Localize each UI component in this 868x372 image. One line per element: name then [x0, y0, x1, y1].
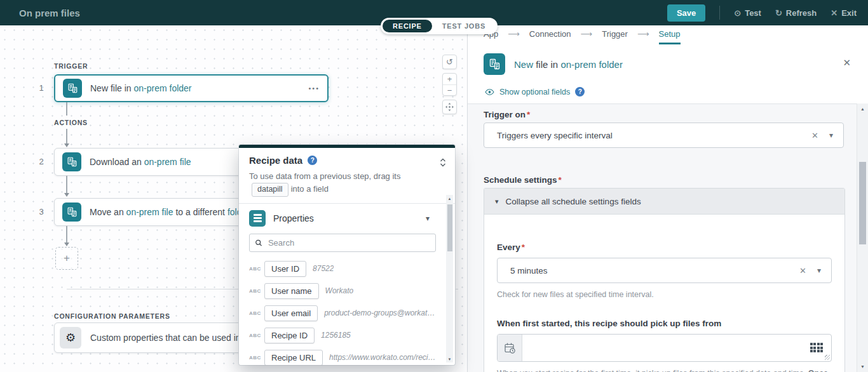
step-card-trigger[interactable]: New file in on-prem folder ••• [54, 74, 329, 102]
breadcrumb-setup[interactable]: Setup [659, 29, 681, 44]
zoom-in-button[interactable]: + [443, 74, 456, 85]
refresh-icon: ↻ [775, 8, 782, 18]
scroll-up-arrow[interactable]: ▲ [857, 107, 868, 111]
popup-scrollbar-thumb[interactable] [447, 204, 452, 251]
exit-button[interactable]: ✕ Exit [831, 8, 857, 18]
required-asterisk: * [522, 242, 525, 252]
trigger-setup-form: Trigger on* Triggers every specific inte… [468, 103, 868, 372]
add-step-button[interactable]: + [55, 247, 78, 270]
fit-view-button[interactable] [442, 100, 457, 114]
breadcrumb-trigger[interactable]: Trigger [602, 29, 628, 43]
trigger-on-select[interactable]: Triggers every specific interval ✕ ▾ [484, 123, 844, 148]
datapill-value: https://www.workato.com/recipes/12 [329, 353, 437, 362]
view-switcher: RECIPE TEST JOBS [381, 18, 498, 34]
tab-test-jobs[interactable]: TEST JOBS [432, 20, 496, 32]
connector-arrow [66, 176, 67, 194]
step-more-menu[interactable]: ••• [308, 84, 320, 92]
connector-line [66, 102, 67, 116]
resize-handle[interactable] [825, 355, 830, 360]
panel-step-title: New file in on-prem folder [514, 59, 623, 70]
datapill-search-box [249, 234, 436, 252]
help-icon[interactable]: ? [308, 156, 317, 165]
type-string-icon: ABC [249, 355, 264, 361]
schedule-body: Every* 5 minutes ✕ ▾ Check for new files… [484, 215, 844, 372]
every-hint: Check for new files at specified time in… [497, 290, 832, 299]
breadcrumb-arrow-icon: ⟶ [508, 29, 520, 39]
collapse-schedule-fields[interactable]: ▾ Collapse all schedule settings fields [484, 189, 844, 215]
type-string-icon: ABC [249, 266, 264, 272]
connector-arrow [66, 129, 67, 144]
search-input[interactable] [267, 237, 430, 248]
connector-arrow [66, 226, 67, 243]
step-title: New file in on-prem folder [90, 83, 192, 93]
breadcrumb-arrow-icon: ⟶ [581, 29, 593, 39]
on-prem-app-icon [62, 203, 81, 222]
datapill-user-email[interactable]: User email [264, 305, 318, 321]
help-icon[interactable]: ? [575, 87, 585, 96]
type-string-icon: ABC [249, 333, 264, 338]
properties-section-row[interactable]: Properties ▾ [239, 204, 455, 232]
close-panel-icon[interactable]: ✕ [843, 57, 851, 69]
popup-body: Properties ▾ ABC User ID 87522 ABC User … [239, 204, 455, 365]
refresh-button[interactable]: ↻ Refresh [775, 8, 817, 18]
scroll-up-arrow[interactable]: ▲ [446, 197, 453, 201]
datapill-user-id[interactable]: User ID [264, 261, 306, 277]
chevron-down-icon[interactable]: ▾ [817, 266, 821, 275]
step-title-link: on-prem file [126, 207, 173, 217]
exit-icon: ✕ [831, 8, 837, 18]
scroll-down-arrow[interactable]: ▼ [446, 357, 453, 361]
datapill-row: ABC Recipe ID 1256185 [239, 324, 455, 347]
popup-description: To use data from a previous step, drag i… [249, 170, 440, 197]
show-optional-fields[interactable]: Show optional fields ? [485, 87, 585, 96]
datapill-row: ABC User ID 87522 [239, 258, 455, 280]
datapill-grid-icon[interactable] [810, 343, 824, 352]
breadcrumb-arrow-icon: ⟶ [637, 29, 649, 39]
refresh-label: Refresh [786, 8, 817, 18]
step-number: 2 [34, 157, 48, 166]
chevron-down-icon[interactable]: ▾ [426, 214, 430, 223]
recipe-title: On prem files [19, 8, 80, 18]
clear-selection-icon[interactable]: ✕ [811, 131, 818, 140]
every-value: 5 minutes [510, 266, 548, 276]
actions-section-label: ACTIONS [54, 119, 88, 126]
type-string-icon: ABC [249, 288, 264, 294]
save-button[interactable]: Save [667, 4, 705, 22]
eye-icon [485, 89, 494, 95]
popup-scrollbar: ▲ ▼ [446, 195, 453, 362]
panel-step-header: New file in on-prem folder [484, 53, 623, 75]
breadcrumb: App ⟶ Connection ⟶ Trigger ⟶ Setup [484, 29, 681, 44]
chevron-down-icon[interactable]: ▾ [829, 131, 833, 140]
type-string-icon: ABC [249, 310, 264, 316]
panel-scrollbar-thumb[interactable] [859, 162, 866, 244]
datapill-value: 1256185 [321, 331, 351, 340]
on-prem-app-icon [484, 53, 505, 75]
properties-icon [249, 210, 266, 227]
zoom-out-button[interactable]: − [443, 85, 456, 96]
test-icon: ⊙ [734, 8, 741, 18]
datapill-row: ABC User email product-demo-groups@worka… [239, 302, 455, 324]
pickup-date-input[interactable] [497, 334, 832, 362]
datapill-recipe-id[interactable]: Recipe ID [264, 328, 315, 343]
trigger-section-label: TRIGGER [54, 62, 88, 70]
popup-title: Recipe data [249, 155, 302, 166]
step-title-text: Download an [90, 157, 144, 167]
datapill-user-name[interactable]: User name [264, 283, 319, 299]
datapill-row: ABC User name Workato [239, 280, 455, 302]
scroll-down-arrow[interactable]: ▼ [857, 364, 868, 369]
test-button[interactable]: ⊙ Test [734, 8, 761, 18]
panel-scrollbar: ▲ ▼ [857, 103, 868, 372]
test-label: Test [745, 8, 761, 18]
tab-recipe[interactable]: RECIPE [383, 20, 432, 32]
calendar-picker-button[interactable] [498, 335, 522, 361]
every-select[interactable]: 5 minutes ✕ ▾ [497, 258, 832, 283]
search-icon [255, 239, 262, 247]
datapill-recipe-url[interactable]: Recipe URL [264, 350, 323, 365]
reset-view-button[interactable]: ↺ [442, 55, 457, 69]
required-asterisk: * [527, 110, 530, 119]
clear-selection-icon[interactable]: ✕ [799, 266, 806, 276]
recipe-data-popup: Recipe data ? To use data from a previou… [239, 145, 455, 365]
breadcrumb-connection[interactable]: Connection [529, 29, 571, 43]
step-title-text: Move an [90, 207, 126, 217]
field-label-text: Trigger on [484, 110, 526, 119]
collapse-panel-icon[interactable] [440, 158, 446, 169]
